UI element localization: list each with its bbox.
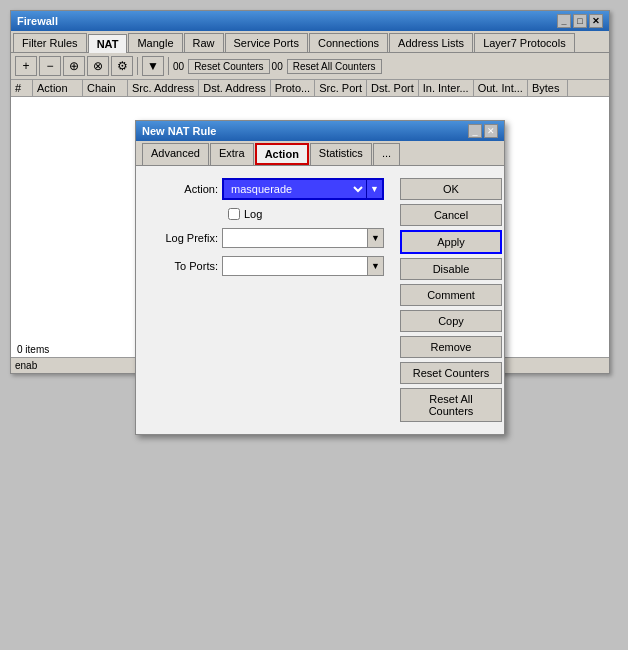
status-text: enab [15,360,37,371]
dialog-title: New NAT Rule [142,125,216,137]
col-in-inter: In. Inter... [419,80,474,96]
log-label: Log [244,208,262,220]
table-header: # Action Chain Src. Address Dst. Address… [11,80,609,97]
col-proto: Proto... [271,80,315,96]
dialog-controls: _ ✕ [468,124,498,138]
to-ports-input-wrapper: ▼ [222,256,384,276]
col-src-port: Src. Port [315,80,367,96]
tab-raw[interactable]: Raw [184,33,224,52]
disable-button[interactable]: Disable [400,258,502,280]
action-row: Action: masquerade src-nat dst-nat netma… [148,178,384,200]
to-ports-dropdown-arrow[interactable]: ▼ [367,257,383,275]
tab-connections[interactable]: Connections [309,33,388,52]
action-select[interactable]: masquerade src-nat dst-nat netmap redire… [224,180,366,198]
to-ports-row: To Ports: ▼ [148,256,384,276]
settings-button[interactable]: ⚙ [111,56,133,76]
toolbar: + − ⊕ ⊗ ⚙ ▼ 00 Reset Counters 00 Reset A… [11,53,609,80]
tab-filter-rules[interactable]: Filter Rules [13,33,87,52]
reset-counters-button[interactable]: Reset Counters [400,362,502,384]
filter-button[interactable]: ▼ [142,56,164,76]
copy-button[interactable]: Copy [400,310,502,332]
col-dst-addr: Dst. Address [199,80,270,96]
tab-statistics[interactable]: Statistics [310,143,372,165]
add-rule-button[interactable]: + [15,56,37,76]
col-chain: Chain [83,80,128,96]
action-dropdown-arrow[interactable]: ▼ [366,180,382,198]
tab-mangle[interactable]: Mangle [128,33,182,52]
reset-label: 00 [173,61,184,72]
col-action: Action [33,80,83,96]
window-title: Firewall [17,15,58,27]
maximize-button[interactable]: □ [573,14,587,28]
tab-service-ports[interactable]: Service Ports [225,33,308,52]
toolbar-separator [137,57,138,75]
tab-nat[interactable]: NAT [88,34,128,53]
tab-extra[interactable]: Extra [210,143,254,165]
to-ports-label: To Ports: [148,260,218,272]
items-count: 0 items [15,342,51,357]
dialog-form: Action: masquerade src-nat dst-nat netma… [144,174,388,426]
menu-tabs: Filter Rules NAT Mangle Raw Service Port… [11,31,609,53]
minimize-button[interactable]: _ [557,14,571,28]
tab-advanced[interactable]: Advanced [142,143,209,165]
col-out-int: Out. Int... [474,80,528,96]
log-checkbox-row: Log [148,208,384,220]
log-checkbox[interactable] [228,208,240,220]
col-src-addr: Src. Address [128,80,199,96]
toolbar-separator-2 [168,57,169,75]
reset-counters-button[interactable]: Reset Counters [188,59,269,74]
close-button[interactable]: ✕ [589,14,603,28]
remove-button[interactable]: Remove [400,336,502,358]
action-label: Action: [148,183,218,195]
col-num: # [11,80,33,96]
tab-address-lists[interactable]: Address Lists [389,33,473,52]
reset-all-label: 00 [272,61,283,72]
log-prefix-row: Log Prefix: ▼ [148,228,384,248]
dialog-actions: OK Cancel Apply Disable Comment Copy Rem… [396,174,506,426]
copy-rule-button[interactable]: ⊕ [63,56,85,76]
window-titlebar: Firewall _ □ ✕ [11,11,609,31]
comment-button[interactable]: Comment [400,284,502,306]
dialog-tabs: Advanced Extra Action Statistics ... [136,141,504,166]
paste-rule-button[interactable]: ⊗ [87,56,109,76]
log-prefix-input-wrapper: ▼ [222,228,384,248]
reset-all-counters-button[interactable]: Reset All Counters [400,388,502,422]
ok-button[interactable]: OK [400,178,502,200]
nat-rule-dialog: New NAT Rule _ ✕ Advanced Extra Action S… [135,120,505,435]
to-ports-input[interactable] [223,257,367,275]
col-dst-port: Dst. Port [367,80,419,96]
log-prefix-label: Log Prefix: [148,232,218,244]
dialog-body: Action: masquerade src-nat dst-nat netma… [136,166,504,434]
reset-all-counters-button[interactable]: Reset All Counters [287,59,382,74]
dialog-minimize-button[interactable]: _ [468,124,482,138]
tab-action[interactable]: Action [255,143,309,165]
cancel-button[interactable]: Cancel [400,204,502,226]
dialog-close-button[interactable]: ✕ [484,124,498,138]
action-select-wrapper: masquerade src-nat dst-nat netmap redire… [222,178,384,200]
remove-rule-button[interactable]: − [39,56,61,76]
window-controls: _ □ ✕ [557,14,603,28]
tab-more[interactable]: ... [373,143,400,165]
log-prefix-input[interactable] [223,229,367,247]
dialog-titlebar: New NAT Rule _ ✕ [136,121,504,141]
apply-button[interactable]: Apply [400,230,502,254]
tab-layer7[interactable]: Layer7 Protocols [474,33,575,52]
col-bytes: Bytes [528,80,568,96]
log-prefix-dropdown-arrow[interactable]: ▼ [367,229,383,247]
